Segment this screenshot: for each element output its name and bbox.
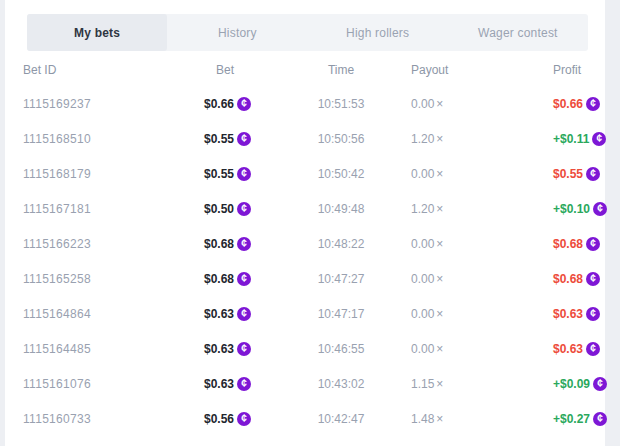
time-cell: 10:51:53 [251,97,411,111]
bet-amount: $0.68 [204,272,234,286]
payout-value: 0.00 [411,237,434,251]
multiplier-symbol: × [436,97,443,111]
payout-value: 0.00 [411,97,434,111]
bets-tabbar: My bets History High rollers Wager conte… [27,14,588,51]
bet-cell: $0.66 ¢ [173,97,251,111]
payout-cell: 0.00× [411,167,553,181]
profit-cell: $0.55 ¢ [553,167,600,181]
coin-icon: ¢ [237,202,251,216]
coin-icon: ¢ [586,307,600,321]
tab-high-rollers[interactable]: High rollers [308,14,448,51]
payout-cell: 1.20× [411,132,553,146]
profit-cell: +$0.11 ¢ [553,132,606,146]
table-row[interactable]: 1115161076 $0.63 ¢ 10:43:02 1.15× +$0.09… [5,366,605,401]
table-row[interactable]: 1115167181 $0.50 ¢ 10:49:48 1.20× +$0.10… [5,191,605,226]
payout-cell: 1.48× [411,412,553,426]
multiplier-symbol: × [436,412,443,426]
profit-cell: $0.63 ¢ [553,342,600,356]
bet-id-cell: 1115164485 [23,342,173,356]
profit-cell: +$0.10 ¢ [553,202,607,216]
bet-id-cell: 1115166223 [23,237,173,251]
coin-icon: ¢ [586,342,600,356]
bet-cell: $0.63 ¢ [173,307,251,321]
table-row[interactable]: 1115164485 $0.63 ¢ 10:46:55 0.00× $0.63 … [5,331,605,366]
tab-wager-contest[interactable]: Wager contest [448,14,588,51]
profit-cell: $0.66 ¢ [553,97,600,111]
payout-value: 0.00 [411,342,434,356]
coin-icon: ¢ [237,167,251,181]
column-header-bet: Bet [173,63,251,77]
column-header-bet-id: Bet ID [23,63,173,77]
coin-icon: ¢ [592,132,606,146]
profit-amount: $0.68 [553,237,583,251]
profit-amount: $0.66 [553,97,583,111]
bet-id-cell: 1115167181 [23,202,173,216]
payout-cell: 0.00× [411,307,553,321]
coin-icon: ¢ [237,342,251,356]
time-cell: 10:48:22 [251,237,411,251]
profit-cell: +$0.09 ¢ [553,377,607,391]
multiplier-symbol: × [436,202,443,216]
coin-icon: ¢ [237,237,251,251]
coin-icon: ¢ [237,307,251,321]
payout-value: 1.20 [411,202,434,216]
profit-amount: +$0.09 [553,377,590,391]
coin-icon: ¢ [586,97,600,111]
bet-amount: $0.63 [204,342,234,356]
profit-cell: $0.68 ¢ [553,237,600,251]
column-header-time: Time [251,63,411,77]
multiplier-symbol: × [436,272,443,286]
table-row[interactable]: 1115168510 $0.55 ¢ 10:50:56 1.20× +$0.11… [5,121,605,156]
profit-cell: +$0.27 ¢ [553,412,607,426]
profit-amount: $0.68 [553,272,583,286]
bet-id-cell: 1115161076 [23,377,173,391]
profit-amount: +$0.27 [553,412,590,426]
table-row[interactable]: 1115166223 $0.68 ¢ 10:48:22 0.00× $0.68 … [5,226,605,261]
tab-my-bets[interactable]: My bets [27,14,167,51]
multiplier-symbol: × [436,307,443,321]
table-row[interactable]: 1115165258 $0.68 ¢ 10:47:27 0.00× $0.68 … [5,261,605,296]
time-cell: 10:47:17 [251,307,411,321]
bet-amount: $0.56 [204,412,234,426]
table-row[interactable]: 1115168179 $0.55 ¢ 10:50:42 0.00× $0.55 … [5,156,605,191]
payout-cell: 1.15× [411,377,553,391]
payout-value: 0.00 [411,272,434,286]
bet-cell: $0.50 ¢ [173,202,251,216]
bet-cell: $0.56 ¢ [173,412,251,426]
table-row[interactable]: 1115160733 $0.56 ¢ 10:42:47 1.48× +$0.27… [5,401,605,436]
profit-amount: +$0.10 [553,202,590,216]
bet-id-cell: 1115165258 [23,272,173,286]
bet-id-cell: 1115168510 [23,132,173,146]
payout-value: 1.48 [411,412,434,426]
payout-value: 0.00 [411,167,434,181]
bet-amount: $0.66 [204,97,234,111]
profit-amount: $0.63 [553,307,583,321]
coin-icon: ¢ [593,202,607,216]
bet-amount: $0.55 [204,167,234,181]
payout-value: 1.15 [411,377,434,391]
coin-icon: ¢ [237,377,251,391]
payout-value: 1.20 [411,132,434,146]
multiplier-symbol: × [436,237,443,251]
tab-history[interactable]: History [167,14,307,51]
bet-id-cell: 1115169237 [23,97,173,111]
column-header-profit: Profit [553,63,596,77]
table-header-row: Bet ID Bet Time Payout Profit [5,54,605,86]
time-cell: 10:50:42 [251,167,411,181]
bet-cell: $0.55 ¢ [173,132,251,146]
bet-id-cell: 1115160733 [23,412,173,426]
profit-cell: $0.63 ¢ [553,307,600,321]
bet-cell: $0.63 ¢ [173,342,251,356]
payout-cell: 0.00× [411,237,553,251]
multiplier-symbol: × [436,377,443,391]
table-row[interactable]: 1115169237 $0.66 ¢ 10:51:53 0.00× $0.66 … [5,86,605,121]
multiplier-symbol: × [436,342,443,356]
bet-amount: $0.68 [204,237,234,251]
bet-amount: $0.50 [204,202,234,216]
table-row[interactable]: 1115164864 $0.63 ¢ 10:47:17 0.00× $0.63 … [5,296,605,331]
coin-icon: ¢ [586,272,600,286]
profit-cell: $0.68 ¢ [553,272,600,286]
coin-icon: ¢ [586,167,600,181]
bet-cell: $0.68 ¢ [173,237,251,251]
payout-cell: 0.00× [411,272,553,286]
